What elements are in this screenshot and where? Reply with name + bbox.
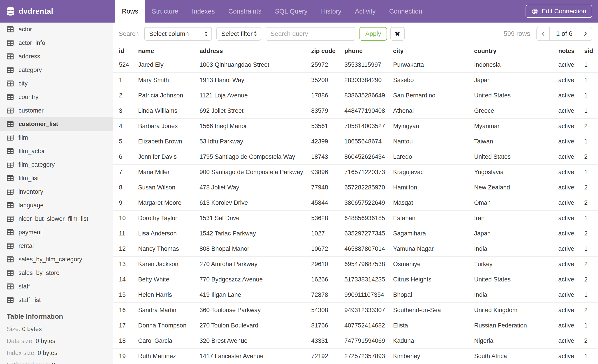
table-cell: 949312333307 <box>344 303 393 318</box>
search-toolbar: Search Select column Select filter Apply… <box>113 23 598 45</box>
table-row[interactable]: 14Betty White770 Bydgoszcz Avenue1626651… <box>113 272 598 287</box>
table-row[interactable]: 1Mary Smith1913 Hanoi Way352002830338429… <box>113 73 598 88</box>
tab-connection[interactable]: Connection <box>382 0 429 23</box>
prev-page-button[interactable]: ‹ <box>537 27 550 40</box>
sidebar-item-address[interactable]: address <box>0 50 113 63</box>
table-row[interactable]: 4Barbara Jones1566 Inegl Manor5356170581… <box>113 119 598 134</box>
filter-select[interactable]: Select filter <box>216 27 261 40</box>
table-cell: Nigeria <box>474 333 558 349</box>
table-icon <box>7 94 14 100</box>
table-row[interactable]: 16Sandra Martin360 Toulouse Parkway54308… <box>113 303 598 318</box>
sidebar-item-film-list[interactable]: film_list <box>0 171 113 185</box>
tab-label: Rows <box>122 8 138 15</box>
sidebar-item-payment[interactable]: payment <box>0 226 113 239</box>
tab-constraints[interactable]: Constraints <box>222 0 268 23</box>
sidebar-item-sales-by-store[interactable]: sales_by_store <box>0 266 113 280</box>
table-cell: Nancy Thomas <box>138 241 199 257</box>
column-header-zip-code[interactable]: zip code <box>311 45 344 57</box>
table-cell: 517338314235 <box>344 272 393 287</box>
table-row[interactable]: 15Helen Harris419 Iligan Lane72878990911… <box>113 287 598 303</box>
table-row[interactable]: 7Maria Miller900 Santiago de Compostela … <box>113 165 598 180</box>
table-cell: 1566 Inegl Manor <box>199 119 311 134</box>
table-cell: 716571220373 <box>344 165 393 180</box>
table-cell: 1003 Qinhuangdao Street <box>199 57 311 73</box>
sidebar-item-nicer-but-slower-film-list[interactable]: nicer_but_slower_film_list <box>0 212 113 226</box>
clear-filter-button[interactable]: ✖ <box>390 27 405 40</box>
results-table: idnameaddresszip codephonecitycountrynot… <box>113 45 598 364</box>
table-row[interactable]: 524Jared Ely1003 Qinhuangdao Street25972… <box>113 57 598 73</box>
table-row[interactable]: 9Margaret Moore613 Korolev Drive45844380… <box>113 195 598 211</box>
tab-structure[interactable]: Structure <box>145 0 185 23</box>
table-cell: San Bernardino <box>393 88 474 103</box>
table-cell: active <box>558 119 584 134</box>
table-row[interactable]: 11Lisa Anderson1542 Tarlac Parkway102763… <box>113 226 598 241</box>
table-row[interactable]: 19Ruth Martinez1417 Lancaster Avenue7219… <box>113 349 598 364</box>
sidebar-item-label: language <box>18 202 43 209</box>
sidebar-item-actor-info[interactable]: actor_info <box>0 36 113 50</box>
table-icon <box>7 188 14 195</box>
sidebar-item-label: staff_list <box>18 297 41 304</box>
table-row[interactable]: 12Nancy Thomas808 Bhopal Manor1067246588… <box>113 241 598 257</box>
table-cell: Donna Thompson <box>138 318 199 333</box>
table-row[interactable]: 18Carol Garcia320 Brest Avenue4333174779… <box>113 333 598 349</box>
table-cell: 14 <box>113 272 138 287</box>
tab-indexes[interactable]: Indexes <box>185 0 222 23</box>
sidebar-item-actor[interactable]: actor <box>0 23 113 36</box>
table-cell: 695479687538 <box>344 257 393 272</box>
sidebar-item-city[interactable]: city <box>0 77 113 90</box>
table-row[interactable]: 13Karen Jackson270 Amroha Parkway2961069… <box>113 257 598 272</box>
table-row[interactable]: 6Jennifer Davis1795 Santiago de Composte… <box>113 149 598 165</box>
table-row[interactable]: 17Donna Thompson270 Toulon Boulevard8176… <box>113 318 598 333</box>
table-cell: 54308 <box>311 303 344 318</box>
tab-rows[interactable]: Rows <box>115 0 145 23</box>
table-cell: 53561 <box>311 119 344 134</box>
brand: dvdrental <box>0 0 113 23</box>
column-header-id[interactable]: id <box>113 45 138 57</box>
search-query-input[interactable] <box>266 27 355 40</box>
column-header-country[interactable]: country <box>474 45 558 57</box>
sidebar-item-staff[interactable]: staff <box>0 280 113 293</box>
sidebar-item-inventory[interactable]: inventory <box>0 185 113 198</box>
sidebar-item-language[interactable]: language <box>0 198 113 212</box>
column-header-phone[interactable]: phone <box>344 45 393 57</box>
sidebar-item-country[interactable]: country <box>0 90 113 104</box>
sidebar-item-label: sales_by_store <box>18 269 59 276</box>
sidebar-item-film[interactable]: film <box>0 131 113 144</box>
tab-history[interactable]: History <box>314 0 348 23</box>
column-header-address[interactable]: address <box>199 45 311 57</box>
table-row[interactable]: 8Susan Wilson478 Joliet Way7794865728228… <box>113 180 598 195</box>
search-label: Search <box>119 30 139 37</box>
info-value: 0 bytes <box>38 349 57 356</box>
sidebar-item-customer[interactable]: customer <box>0 104 113 117</box>
column-header-city[interactable]: city <box>393 45 474 57</box>
table-cell: Southend-on-Sea <box>393 303 474 318</box>
table-cell: 35200 <box>311 73 344 88</box>
sidebar-item-film-actor[interactable]: film_actor <box>0 144 113 158</box>
tab-activity[interactable]: Activity <box>348 0 382 23</box>
table-row[interactable]: 5Elizabeth Brown53 Idfu Parkway423991065… <box>113 134 598 149</box>
table-cell: active <box>558 57 584 73</box>
table-row[interactable]: 2Patricia Johnson1121 Loja Avenue1788683… <box>113 88 598 103</box>
table-icon <box>7 202 14 209</box>
table-row[interactable]: 3Linda Williams692 Joliet Street83579448… <box>113 103 598 119</box>
sidebar-item-staff-list[interactable]: staff_list <box>0 293 113 307</box>
column-header-sid[interactable]: sid <box>584 45 598 57</box>
sidebar-item-film-category[interactable]: film_category <box>0 158 113 171</box>
table-cell: 808 Bhopal Manor <box>199 241 311 257</box>
table-row[interactable]: 10Dorothy Taylor1531 Sal Drive5362864885… <box>113 211 598 226</box>
table-cell: Patricia Johnson <box>138 88 199 103</box>
sidebar-item-sales-by-film-category[interactable]: sales_by_film_category <box>0 253 113 266</box>
next-page-button[interactable]: › <box>579 27 592 40</box>
table-cell: 93896 <box>311 165 344 180</box>
sidebar-item-label: actor_info <box>18 40 45 47</box>
apply-button[interactable]: Apply <box>359 27 387 40</box>
column-header-notes[interactable]: notes <box>558 45 584 57</box>
edit-connection-button[interactable]: Edit Connection <box>526 5 592 18</box>
table-cell: 10672 <box>311 241 344 257</box>
column-select[interactable]: Select column <box>144 27 212 40</box>
column-header-name[interactable]: name <box>138 45 199 57</box>
sidebar-item-customer-list[interactable]: customer_list <box>0 117 113 131</box>
tab-sql-query[interactable]: SQL Query <box>268 0 314 23</box>
sidebar-item-category[interactable]: category <box>0 63 113 77</box>
sidebar-item-rental[interactable]: rental <box>0 239 113 253</box>
